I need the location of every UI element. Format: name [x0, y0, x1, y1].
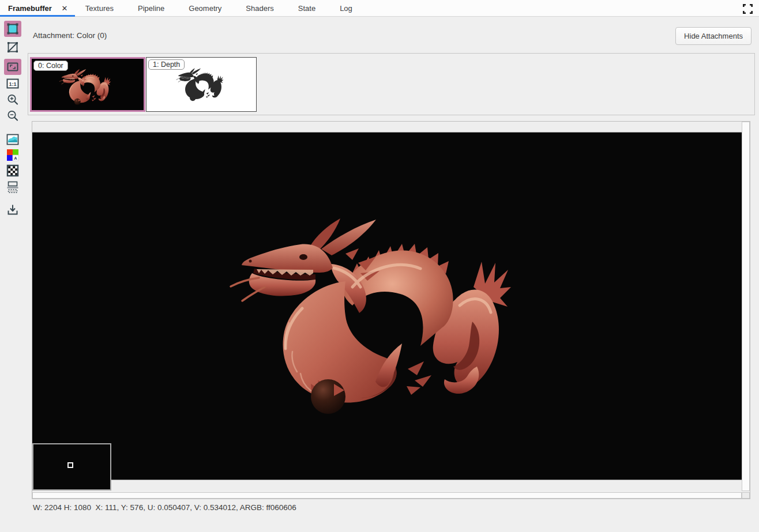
- tab-log[interactable]: Log: [334, 0, 358, 16]
- framebuffer-toolbar: 1:1 A: [3, 0, 23, 507]
- tab-label: Pipeline: [138, 4, 164, 13]
- horizontal-scrollbar[interactable]: [32, 492, 742, 499]
- histogram-icon: [6, 133, 20, 146]
- tab-label: Shaders: [246, 4, 273, 13]
- dragon-render: [224, 213, 513, 421]
- attachment-thumb-depth[interactable]: 1: Depth: [146, 57, 257, 112]
- actual-size-button[interactable]: 1:1: [4, 76, 21, 92]
- framebuffer-image[interactable]: [32, 132, 742, 480]
- tab-textures[interactable]: Textures: [80, 0, 119, 16]
- zoom-to-fit-icon: [6, 60, 20, 74]
- dragon-thumbnail-color: [57, 68, 112, 106]
- attachment-thumb-color[interactable]: 0: Color: [30, 57, 145, 112]
- hide-attachments-button[interactable]: Hide Attachments: [675, 27, 752, 45]
- flip-vertically-button[interactable]: [4, 179, 21, 195]
- close-tab-icon[interactable]: ✕: [60, 4, 69, 13]
- tab-label: Textures: [85, 4, 114, 13]
- vertical-scrollbar[interactable]: [742, 122, 750, 491]
- tab-pipeline[interactable]: Pipeline: [132, 0, 170, 16]
- tab-label: Log: [340, 4, 352, 13]
- status-bar: W: 2204 H: 1080 X: 111, Y: 576, U: 0.050…: [33, 503, 296, 512]
- tab-label: State: [298, 4, 315, 13]
- color-channels-icon: A: [6, 148, 20, 162]
- minimap-viewport-rect: [67, 462, 73, 468]
- attachment-badge: 1: Depth: [148, 59, 185, 70]
- tab-geometry[interactable]: Geometry: [183, 0, 227, 16]
- scrollbar-corner: [742, 492, 750, 499]
- svg-text:1:1: 1:1: [9, 81, 16, 87]
- attachment-badge: 0: Color: [33, 61, 68, 71]
- zoom-in-button[interactable]: [4, 92, 21, 108]
- svg-text:A: A: [14, 156, 17, 161]
- checkerboard-background-icon: [6, 164, 20, 178]
- save-image-button[interactable]: [4, 202, 21, 218]
- tab-bar: Framebuffer ✕ Textures Pipeline Geometry…: [0, 0, 759, 17]
- checkerboard-background-button[interactable]: [4, 163, 21, 179]
- save-image-icon: [6, 203, 20, 217]
- fullscreen-icon[interactable]: [742, 3, 753, 14]
- wireframe-button[interactable]: [4, 39, 21, 55]
- color-buffer-button[interactable]: [4, 21, 21, 37]
- flip-vertically-icon: [6, 180, 20, 194]
- zoom-to-fit-button[interactable]: [4, 59, 21, 75]
- wireframe-icon: [6, 40, 20, 54]
- tab-shaders[interactable]: Shaders: [240, 0, 279, 16]
- tab-label: Geometry: [189, 4, 221, 13]
- actual-size-icon: 1:1: [6, 77, 20, 90]
- tab-state[interactable]: State: [292, 0, 321, 16]
- attachment-label: Attachment: Color (0): [33, 31, 107, 40]
- viewport-frame: [32, 121, 750, 499]
- histogram-button[interactable]: [4, 131, 21, 148]
- zoom-out-button[interactable]: [4, 108, 21, 124]
- color-buffer-icon: [6, 22, 20, 36]
- zoom-in-icon: [6, 93, 20, 107]
- attachments-panel: 0: Color 1: Depth: [28, 53, 755, 115]
- zoom-out-icon: [6, 109, 20, 123]
- dragon-thumbnail-depth: [175, 67, 224, 103]
- minimap[interactable]: [32, 443, 111, 491]
- color-channels-button[interactable]: A: [4, 147, 21, 163]
